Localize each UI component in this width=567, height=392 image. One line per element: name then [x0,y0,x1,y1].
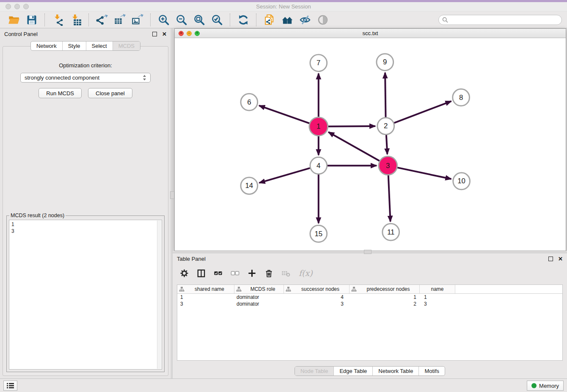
network-window-title: scc.txt [175,30,566,36]
network-canvas[interactable]: 7968124314101511 [175,38,566,251]
gear-icon[interactable] [179,268,189,278]
hide-graphics-details-icon[interactable] [317,14,329,26]
graph-node-label: 8 [459,94,463,102]
import-network-icon[interactable] [52,14,64,26]
graph-node-label: 4 [317,162,320,170]
zoom-fit-icon[interactable] [193,14,205,26]
table-row[interactable]: 1dominator411 [177,294,562,301]
control-panel-tabbar: NetworkStyleSelectMCDS [30,41,140,51]
close-panel-button[interactable]: Close panel [88,88,132,98]
table-cell[interactable]: 3 [177,301,234,307]
toolbar-separator [150,14,151,26]
float-panel-icon[interactable] [548,257,553,261]
edge-2-8[interactable] [386,101,451,126]
function-builder-icon[interactable]: f(x) [299,268,313,278]
new-network-from-selection-icon[interactable] [264,14,275,26]
horizontal-splitter[interactable] [173,251,567,253]
table-row[interactable]: 3dominator323 [177,301,562,307]
zoom-selected-icon[interactable] [211,14,223,26]
result-line: 3 [11,228,160,235]
hierarchy-icon [236,287,242,292]
graph-node-label: 10 [457,177,465,185]
table-cell[interactable]: 1 [350,294,420,301]
add-row-icon[interactable] [247,268,257,278]
node-table[interactable]: shared nameMCDS rolesuccessor nodesprede… [177,284,563,361]
close-panel-icon[interactable]: ✕ [162,31,167,37]
table-cell[interactable]: 1 [177,294,234,301]
edge-3-1[interactable] [328,132,388,166]
export-network-icon[interactable] [96,14,108,26]
column-header-MCDS-role[interactable]: MCDS role [234,285,284,293]
zoom-in-icon[interactable] [158,14,170,26]
vertical-splitter[interactable] [171,28,173,378]
table-cell[interactable]: 2 [350,301,420,307]
mcds-result-group: MCDS result (2 nodes) 13 [6,215,165,372]
app-titlebar: Session: New Session [0,2,567,11]
graph-node-label: 3 [386,162,390,170]
run-mcds-button[interactable]: Run MCDS [39,88,82,98]
zoom-out-icon[interactable] [176,14,187,26]
result-line: 1 [11,221,160,228]
mcds-result-list[interactable]: 13 [9,220,162,370]
table-cell[interactable]: 1 [420,294,455,301]
export-image-icon[interactable] [132,14,143,26]
select-all-rows-icon[interactable] [213,268,223,278]
search-input[interactable] [448,16,558,23]
delete-row-icon[interactable] [264,268,274,278]
graph-node-label: 11 [387,228,395,236]
graph-node-label: 9 [383,58,387,66]
graph-node-label: 6 [247,98,251,106]
criterion-dropdown[interactable]: strongly connected component [20,73,151,83]
tab-edge-table[interactable]: Edge Table [333,367,372,375]
column-header-filler [455,285,562,293]
memory-label: Memory [539,383,559,389]
tab-mcds[interactable]: MCDS [113,41,140,50]
table-cell[interactable]: dominator [234,301,284,307]
deselect-all-rows-icon[interactable] [230,268,240,278]
hierarchy-icon [286,287,291,292]
column-header-successor-nodes[interactable]: successor nodes [284,285,350,293]
open-session-icon[interactable] [8,14,20,26]
import-table-icon[interactable] [70,14,82,26]
table-cell[interactable]: 4 [284,294,350,301]
float-panel-icon[interactable] [152,32,157,36]
column-header-shared-name[interactable]: shared name [177,285,234,293]
table-cell[interactable]: 3 [420,301,455,307]
column-header-name[interactable]: name [420,285,455,293]
result-scrollbar[interactable] [157,221,161,369]
toolbar-separator [44,14,45,26]
show-hide-style-icon[interactable] [299,14,311,26]
tab-node-table[interactable]: Node Table [295,367,334,375]
tab-style[interactable]: Style [62,41,86,50]
splitter-grip[interactable] [364,250,372,254]
toolbar-separator [230,14,231,26]
save-session-icon[interactable] [26,14,38,26]
first-neighbors-icon[interactable] [281,14,293,26]
splitter-grip[interactable] [170,191,174,199]
memory-status-dot [531,383,537,388]
tab-network-table[interactable]: Network Table [372,367,418,375]
table-header-row: shared nameMCDS rolesuccessor nodesprede… [177,285,562,294]
table-cell[interactable]: 3 [284,301,350,307]
tab-select[interactable]: Select [86,41,113,50]
delete-table-icon[interactable] [281,268,291,278]
network-window-titlebar[interactable]: × − + scc.txt [175,29,566,38]
tab-network[interactable]: Network [31,41,62,50]
tab-motifs[interactable]: Motifs [418,367,445,375]
list-icon [7,383,14,389]
graph-node-label: 14 [245,182,253,190]
table-panel: Table Panel ✕ [173,253,567,378]
memory-button[interactable]: Memory [527,381,564,391]
columns-icon[interactable] [196,268,206,278]
apply-layout-icon[interactable] [237,14,249,26]
close-panel-icon[interactable]: ✕ [558,256,563,262]
search-box[interactable] [438,15,562,25]
export-table-icon[interactable] [114,14,126,26]
task-history-button[interactable] [3,381,17,391]
search-icon [442,17,448,23]
edge-4-14[interactable] [259,166,319,183]
table-cell[interactable]: dominator [234,294,284,301]
mcds-panel: Optimization criterion: strongly connect… [3,46,168,376]
network-graph[interactable]: 7968124314101511 [175,38,566,251]
column-header-predecessor-nodes[interactable]: predecessor nodes [350,285,420,293]
